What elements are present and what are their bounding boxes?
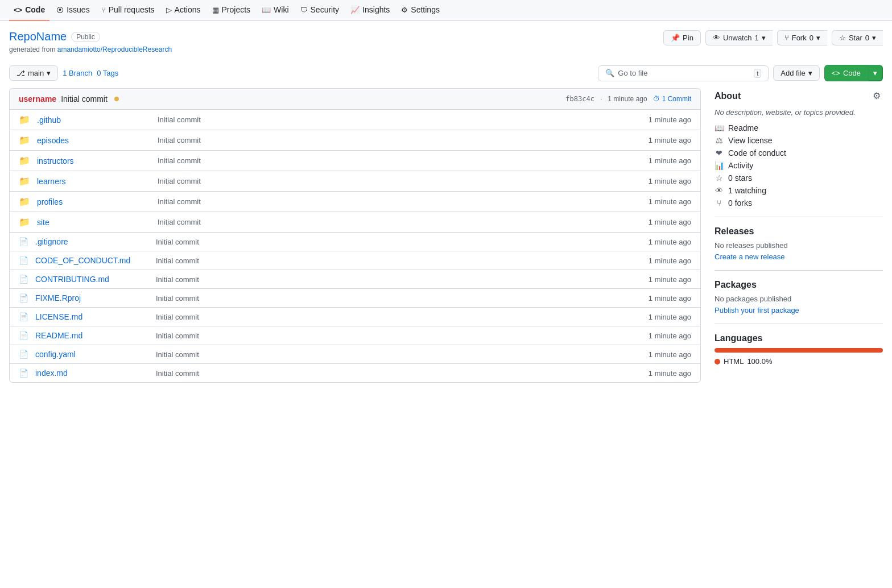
file-name-link[interactable]: instructors xyxy=(37,156,151,165)
file-name-link[interactable]: learners xyxy=(37,177,151,186)
file-time: 1 minute ago xyxy=(649,350,691,359)
add-file-button[interactable]: Add file ▾ xyxy=(773,65,819,81)
nav-projects[interactable]: ▦ Projects xyxy=(208,0,255,21)
file-name-link[interactable]: episodes xyxy=(37,136,151,145)
watching-link[interactable]: 👁 1 watching xyxy=(715,186,883,195)
file-time: 1 minute ago xyxy=(649,115,691,124)
stars-link[interactable]: ☆ 0 stars xyxy=(715,173,883,183)
nav-insights[interactable]: 📈 Insights xyxy=(346,0,394,21)
commit-bar: username Initial commit fb83c4c · 1 minu… xyxy=(10,89,700,110)
about-settings-button[interactable]: ⚙ xyxy=(870,88,883,103)
pin-button[interactable]: 📌 Pin xyxy=(663,30,701,45)
unwatch-button[interactable]: 👁 Unwatch 1 ▾ xyxy=(705,30,773,45)
file-commit-msg: Initial commit xyxy=(156,238,642,246)
file-time: 1 minute ago xyxy=(649,197,691,206)
commit-hash[interactable]: fb83c4c xyxy=(565,95,594,103)
file-row: 📄 .gitignore Initial commit 1 minute ago xyxy=(10,233,700,251)
nav-settings[interactable]: ⚙ Settings xyxy=(397,0,444,21)
repo-source-link[interactable]: amandamiotto/ReproducibleResearch xyxy=(57,45,172,53)
view-license-link[interactable]: ⚖ View license xyxy=(715,136,883,145)
file-commit-msg: Initial commit xyxy=(158,197,642,206)
nav-pr-label: Pull requests xyxy=(109,5,155,14)
file-name-link[interactable]: site xyxy=(37,218,151,227)
nav-actions[interactable]: ▷ Actions xyxy=(162,0,205,21)
search-file-input[interactable]: 🔍 Go to file t xyxy=(598,65,769,81)
fork-button[interactable]: ⑂ Fork 0 ▾ xyxy=(777,30,827,45)
branch-tags-row: 1 Branch 0 Tags xyxy=(63,69,118,77)
file-name-link[interactable]: CODE_OF_CONDUCT.md xyxy=(35,256,149,265)
no-packages-text: No packages published xyxy=(715,295,883,303)
publish-package-link[interactable]: Publish your first package xyxy=(715,306,799,314)
repo-name[interactable]: RepoName xyxy=(9,30,67,43)
unwatch-label: Unwatch xyxy=(723,34,752,42)
fork-icon: ⑂ xyxy=(784,34,789,42)
search-keyboard-shortcut: t xyxy=(754,69,761,78)
actions-icon: ▷ xyxy=(166,6,172,14)
sidebar-divider-3 xyxy=(715,324,883,324)
file-name-link[interactable]: .gitignore xyxy=(35,237,149,246)
file-name-link[interactable]: profiles xyxy=(37,197,151,206)
file-row: 📄 index.md Initial commit 1 minute ago xyxy=(10,364,700,382)
commit-status-dot xyxy=(114,97,119,101)
create-release-link[interactable]: Create a new release xyxy=(715,252,785,261)
file-commit-msg: Initial commit xyxy=(158,177,642,185)
file-row: 📁 learners Initial commit 1 minute ago xyxy=(10,171,700,192)
code-dropdown-button[interactable]: ▾ xyxy=(868,65,883,81)
file-commit-msg: Initial commit xyxy=(158,218,642,226)
nav-code[interactable]: <> Code xyxy=(9,0,49,21)
branch-dropdown-button[interactable]: ⎇ main ▾ xyxy=(9,65,58,81)
nav-issues[interactable]: ⦿ Issues xyxy=(52,0,94,21)
language-bar xyxy=(715,348,883,353)
file-name-link[interactable]: LICENSE.md xyxy=(35,312,149,321)
star-group: ☆ Star 0 ▾ xyxy=(832,30,883,45)
tags-count[interactable]: 0 Tags xyxy=(97,69,118,77)
branch-label: main xyxy=(28,69,44,77)
add-file-label: Add file xyxy=(780,69,805,77)
file-time: 1 minute ago xyxy=(649,275,691,284)
readme-link[interactable]: 📖 Readme xyxy=(715,123,883,132)
forks-link[interactable]: ⑂ 0 forks xyxy=(715,198,883,208)
activity-icon: 📊 xyxy=(715,161,724,170)
file-row: 📁 instructors Initial commit 1 minute ag… xyxy=(10,151,700,171)
nav-projects-label: Projects xyxy=(222,5,251,14)
nav-pull-requests[interactable]: ⑂ Pull requests xyxy=(97,0,159,21)
file-name-link[interactable]: CONTRIBUTING.md xyxy=(35,275,149,284)
file-name-link[interactable]: config.yaml xyxy=(35,350,149,359)
commit-history-link[interactable]: ⏱ 1 Commit xyxy=(653,95,691,103)
forks-label: 0 forks xyxy=(728,198,752,208)
repo-source: generated from amandamiotto/Reproducible… xyxy=(9,45,172,53)
nav-issues-label: Issues xyxy=(67,5,89,14)
top-nav: <> Code ⦿ Issues ⑂ Pull requests ▷ Actio… xyxy=(0,0,892,21)
folder-icon: 📁 xyxy=(19,114,30,125)
html-lang-entry: HTML 100.0% xyxy=(715,357,883,366)
nav-wiki[interactable]: 📖 Wiki xyxy=(257,0,293,21)
folder-icon: 📁 xyxy=(19,155,30,166)
file-commit-msg: Initial commit xyxy=(156,313,642,321)
activity-link[interactable]: 📊 Activity xyxy=(715,161,883,170)
commit-username[interactable]: username xyxy=(19,94,56,103)
star-button[interactable]: ☆ Star 0 ▾ xyxy=(832,30,883,45)
repo-name-row: RepoName Public xyxy=(9,30,172,43)
code-label: Code xyxy=(843,69,861,77)
file-name-link[interactable]: FIXME.Rproj xyxy=(35,293,149,303)
search-icon: 🔍 xyxy=(605,69,614,77)
file-commit-msg: Initial commit xyxy=(156,275,642,284)
branch-count[interactable]: 1 Branch xyxy=(63,69,92,77)
html-lang-dot xyxy=(715,359,720,365)
html-lang-percent: 100.0% xyxy=(747,357,772,366)
star-count: 0 xyxy=(865,34,869,42)
code-button[interactable]: <> Code xyxy=(824,65,868,81)
file-row: 📁 profiles Initial commit 1 minute ago xyxy=(10,192,700,212)
file-name-link[interactable]: index.md xyxy=(35,368,149,378)
watching-icon: 👁 xyxy=(715,186,724,195)
file-row: 📄 CODE_OF_CONDUCT.md Initial commit 1 mi… xyxy=(10,251,700,270)
license-icon: ⚖ xyxy=(715,136,724,145)
file-commit-msg: Initial commit xyxy=(158,156,642,165)
nav-security-label: Security xyxy=(311,5,340,14)
pin-icon: 📌 xyxy=(671,34,680,42)
file-name-link[interactable]: README.md xyxy=(35,331,149,340)
file-name-link[interactable]: .github xyxy=(37,115,151,125)
code-of-conduct-link[interactable]: ❤ Code of conduct xyxy=(715,148,883,158)
nav-security[interactable]: 🛡 Security xyxy=(296,0,344,21)
repo-source-text: generated from xyxy=(9,45,57,53)
